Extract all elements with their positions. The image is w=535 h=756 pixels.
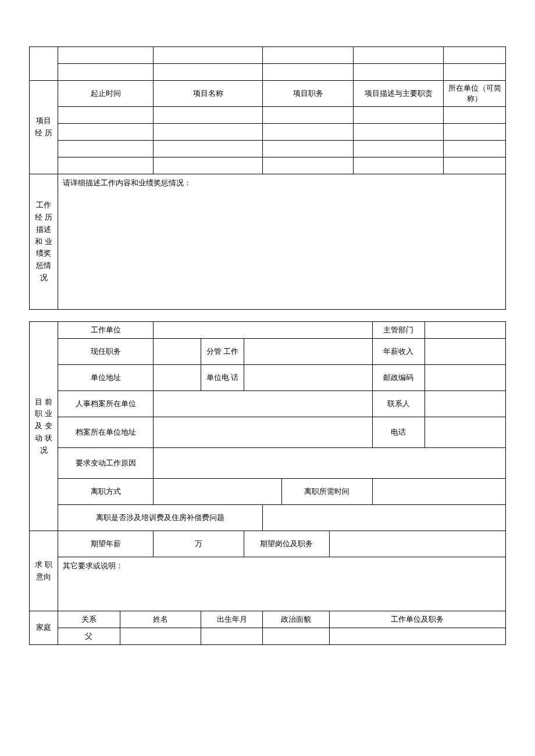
- workdesc-section-label: 工作经 历描述 和 业绩奖 惩情况: [30, 174, 58, 310]
- project-row: [30, 107, 506, 124]
- label-leavefee: 离职是否涉及培训费及住房补偿费问题: [58, 505, 263, 531]
- label-expectsalary: 期望年薪: [58, 531, 154, 557]
- value-wan[interactable]: 万: [153, 531, 244, 557]
- project-header-row: 项目 经 历 起止时间 项目名称 项目职务 项目描述与主要职责 所在单位（可简称…: [30, 81, 506, 107]
- project-row: [30, 124, 506, 141]
- label-leavetime: 离职所需时间: [282, 479, 373, 505]
- project-section-label: 项目 经 历: [30, 81, 58, 174]
- family-section-label: 家庭: [30, 611, 58, 645]
- label-position: 现任职务: [58, 339, 154, 365]
- label-tel: 电话: [372, 417, 425, 448]
- project-row: [30, 141, 506, 157]
- current-row-fileaddr: 档案所在单位地址 电话: [30, 417, 506, 448]
- label-workunit: 工作单位: [58, 322, 154, 339]
- input-depthead[interactable]: [425, 322, 505, 339]
- family-header-relation: 关系: [58, 611, 120, 628]
- label-salary: 年薪收入: [372, 339, 425, 365]
- input-fileaddress[interactable]: [153, 417, 372, 448]
- intention-row-other: 其它要求或说明：: [30, 557, 506, 611]
- intention-section-label: 求 职 意向: [30, 531, 58, 611]
- input-contact[interactable]: [425, 391, 505, 417]
- project-row: [30, 157, 506, 174]
- input-father-workposition[interactable]: [329, 628, 505, 645]
- label-fileaddress: 档案所在单位地址: [58, 417, 154, 448]
- blank-row: [30, 47, 506, 64]
- label-leavemethod: 离职方式: [58, 479, 154, 505]
- label-contact: 联系人: [372, 391, 425, 417]
- current-row-leave: 离职方式 离职所需时间: [30, 479, 506, 505]
- input-father-birth[interactable]: [201, 628, 262, 645]
- form-table-bottom: 目 前 职 业 及 变 动 状 况 工作单位 主管部门 现任职务 分管 工作 年…: [29, 321, 506, 645]
- input-incharge[interactable]: [244, 339, 372, 365]
- label-incharge: 分管 工作: [201, 339, 244, 365]
- label-address: 单位地址: [58, 365, 154, 391]
- project-header-desc: 项目描述与主要职责: [353, 81, 444, 107]
- input-phone[interactable]: [244, 365, 372, 391]
- current-section-label: 目 前 职 业 及 变 动 状 况: [30, 322, 58, 531]
- current-row-position: 现任职务 分管 工作 年薪收入: [30, 339, 506, 365]
- input-expectposition[interactable]: [329, 531, 505, 557]
- current-row-changereason: 要求变动工作原因: [30, 448, 506, 479]
- intention-other[interactable]: 其它要求或说明：: [58, 557, 506, 611]
- workdesc-row: 工作经 历描述 和 业绩奖 惩情况 请详细描述工作内容和业绩奖惩情况：: [30, 174, 506, 310]
- family-header-politics: 政治面貌: [263, 611, 330, 628]
- input-position[interactable]: [153, 339, 201, 365]
- input-tel[interactable]: [425, 417, 505, 448]
- current-row-hrfile: 人事档案所在单位 联系人: [30, 391, 506, 417]
- project-header-name: 项目名称: [153, 81, 262, 107]
- project-header-time: 起止时间: [58, 81, 154, 107]
- input-leavemethod[interactable]: [153, 479, 281, 505]
- input-salary[interactable]: [425, 339, 505, 365]
- current-row-leavefee: 离职是否涉及培训费及住房补偿费问题: [30, 505, 506, 531]
- label-postcode: 邮政编码: [372, 365, 425, 391]
- family-header-birth: 出生年月: [201, 611, 262, 628]
- workdesc-content[interactable]: 请详细描述工作内容和业绩奖惩情况：: [58, 174, 506, 310]
- family-header-workposition: 工作单位及职务: [329, 611, 505, 628]
- label-changereason: 要求变动工作原因: [58, 448, 154, 479]
- intention-row-expect: 求 职 意向 期望年薪 万 期望岗位及职务: [30, 531, 506, 557]
- input-hrfileunit[interactable]: [153, 391, 372, 417]
- input-leavefee[interactable]: [263, 505, 506, 531]
- project-header-role: 项目职务: [263, 81, 354, 107]
- input-leavetime[interactable]: [372, 479, 505, 505]
- family-row-father: 父: [30, 628, 506, 645]
- label-hrfileunit: 人事档案所在单位: [58, 391, 154, 417]
- form-table-top: 项目 经 历 起止时间 项目名称 项目职务 项目描述与主要职责 所在单位（可简称…: [29, 46, 506, 310]
- input-postcode[interactable]: [425, 365, 505, 391]
- family-header-name: 姓名: [120, 611, 201, 628]
- input-changereason[interactable]: [153, 448, 505, 479]
- family-header-row: 家庭 关系 姓名 出生年月 政治面貌 工作单位及职务: [30, 611, 506, 628]
- project-header-unit: 所在单位（可简称）: [444, 81, 506, 107]
- family-relation-father: 父: [58, 628, 120, 645]
- label-expectposition: 期望岗位及职务: [244, 531, 329, 557]
- input-workunit[interactable]: [153, 322, 372, 339]
- label-depthead: 主管部门: [372, 322, 425, 339]
- input-father-politics[interactable]: [263, 628, 330, 645]
- current-row-address: 单位地址 单位电 话 邮政编码: [30, 365, 506, 391]
- input-address[interactable]: [153, 365, 201, 391]
- label-phone: 单位电 话: [201, 365, 244, 391]
- input-father-name[interactable]: [120, 628, 201, 645]
- blank-row: [30, 64, 506, 81]
- current-row-workunit: 目 前 职 业 及 变 动 状 况 工作单位 主管部门: [30, 322, 506, 339]
